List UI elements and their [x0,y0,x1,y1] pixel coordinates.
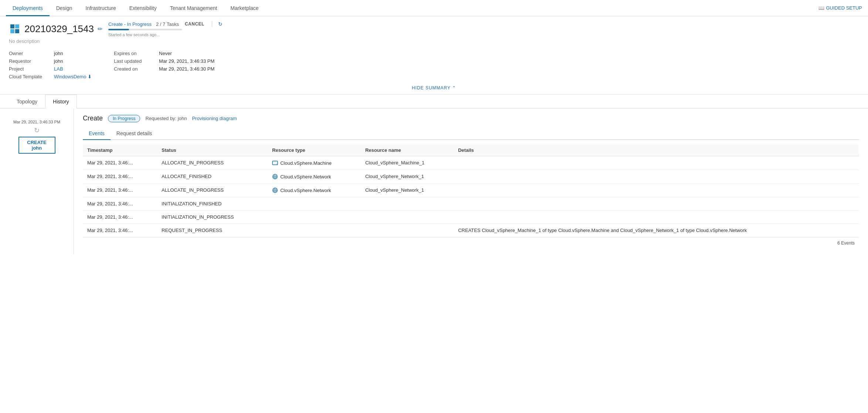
resource-type-cell: Cloud.vSphere.Network [272,187,356,193]
col-resource-name: Resource name [361,144,454,156]
requested-by: Requested by: john [145,116,187,121]
nav-tenant-management[interactable]: Tenant Management [163,0,224,16]
table-row: Mar 29, 2021, 3:46:... INITIALIZATION_FI… [83,197,859,211]
header-area: 20210329_1543 ✏ Create - In Progress 2 /… [0,16,868,95]
col-status: Status [157,144,268,156]
created-label: Created on [114,66,155,72]
table-row: Mar 29, 2021, 3:46:... REQUEST_IN_PROGRE… [83,224,859,237]
progress-bar-fill [108,29,129,30]
sub-tab-events[interactable]: Events [83,127,111,140]
nav-infrastructure[interactable]: Infrastructure [79,0,122,16]
table-row: Mar 29, 2021, 3:46:... ALLOCATE_IN_PROGR… [83,156,859,170]
sub-tab-request-details[interactable]: Request details [111,127,158,140]
cell-details [454,170,859,184]
task-count-label: 2 / 7 Tasks [156,21,179,27]
timeline-create-badge[interactable]: CREATE john [18,137,55,154]
project-label: Project [9,66,50,72]
resource-type-label: Cloud.vSphere.Network [280,188,331,193]
cancel-button[interactable]: CANCEL [183,21,206,27]
owner-value: john [54,51,63,56]
hide-summary-button[interactable]: HIDE SUMMARY ⌃ [9,82,859,94]
cell-details [454,184,859,197]
cell-resource-name: Cloud_vSphere_Network_1 [361,170,454,184]
requestor-value: john [54,58,63,64]
nav-marketplace[interactable]: Marketplace [224,0,265,16]
divider [212,21,212,27]
cell-resource-type [268,211,361,224]
expires-label: Expires on [114,51,155,56]
deployment-icon [9,23,21,35]
cloud-template-link[interactable]: WindowsDemo ⬇ [54,74,92,79]
progress-label: Started a few seconds ago... [108,33,223,37]
cell-timestamp: Mar 29, 2021, 3:46:... [83,197,157,211]
col-details: Details [454,144,859,156]
cell-status: ALLOCATE_IN_PROGRESS [157,156,268,170]
cell-resource-name [361,197,454,211]
no-description: No description [9,38,859,44]
tab-bar: Topology History [0,95,868,109]
expires-value: Never [159,51,172,56]
cell-status: ALLOCATE_FINISHED [157,170,268,184]
col-resource-type: Resource type [268,144,361,156]
col-timestamp: Timestamp [83,144,157,156]
timeline-badge-line1: CREATE [25,140,49,145]
meta-requestor-row: Requestor john [9,58,92,64]
last-updated-label: Last updated [114,58,155,64]
cell-details [454,211,859,224]
cell-timestamp: Mar 29, 2021, 3:46:... [83,170,157,184]
cell-status: REQUEST_IN_PROGRESS [157,224,268,237]
cell-resource-type: Cloud.vSphere.Machine [268,156,361,170]
refresh-icon[interactable]: ↻ [218,21,223,27]
cell-timestamp: Mar 29, 2021, 3:46:... [83,224,157,237]
top-nav: Deployments Design Infrastructure Extens… [0,0,868,16]
table-header-row: Timestamp Status Resource type Resource … [83,144,859,156]
book-icon: 📖 [818,5,824,11]
sub-tab-bar: Events Request details [83,127,859,140]
cell-timestamp: Mar 29, 2021, 3:46:... [83,184,157,197]
nav-design[interactable]: Design [50,0,79,16]
project-link[interactable]: LAB [54,66,63,72]
download-icon: ⬇ [88,74,92,79]
tab-topology[interactable]: Topology [9,95,45,109]
cell-timestamp: Mar 29, 2021, 3:46:... [83,211,157,224]
cell-resource-type [268,224,361,237]
svg-point-6 [277,164,277,164]
guided-setup[interactable]: 📖 GUIDED SETUP [818,5,862,11]
meta-right: Expires on Never Last updated Mar 29, 20… [114,51,214,79]
timeline-sidebar: Mar 29, 2021, 3:46:33 PM ↻ CREATE john [0,109,74,255]
resource-type-label: Cloud.vSphere.Machine [280,160,332,166]
meta-cloud-template-row: Cloud Template WindowsDemo ⬇ [9,74,92,79]
timeline-refresh-icon[interactable]: ↻ [34,126,40,134]
provisioning-diagram-link[interactable]: Provisioning diagram [192,116,237,121]
svg-rect-2 [10,29,14,33]
svg-rect-3 [15,29,19,33]
cell-timestamp: Mar 29, 2021, 3:46:... [83,156,157,170]
tab-history[interactable]: History [45,95,77,109]
edit-icon[interactable]: ✏ [98,25,102,33]
progress-section: Create - In Progress 2 / 7 Tasks CANCEL … [108,21,223,37]
detail-header: Create In Progress Requested by: john Pr… [83,115,859,122]
detail-pane: Create In Progress Requested by: john Pr… [74,109,868,255]
resource-type-cell: Cloud.vSphere.Machine [272,160,356,166]
create-status-label: Create - In Progress [108,21,152,27]
table-row: Mar 29, 2021, 3:46:... ALLOCATE_FINISHED… [83,170,859,184]
main-content: Mar 29, 2021, 3:46:33 PM ↻ CREATE john C… [0,109,868,255]
meta-section: Owner john Requestor john Project LAB Cl… [9,47,859,82]
meta-last-updated-row: Last updated Mar 29, 2021, 3:46:33 PM [114,58,214,64]
cell-details: CREATES Cloud_vSphere_Machine_1 of type … [454,224,859,237]
created-value: Mar 29, 2021, 3:46:30 PM [159,66,214,72]
owner-label: Owner [9,51,50,56]
meta-expires-row: Expires on Never [114,51,214,56]
events-table: Timestamp Status Resource type Resource … [83,144,859,237]
resource-type-cell: Cloud.vSphere.Network [272,174,356,180]
in-progress-badge: In Progress [108,115,140,122]
meta-left: Owner john Requestor john Project LAB Cl… [9,51,92,79]
cell-status: INITIALIZATION_IN_PROGRESS [157,211,268,224]
svg-rect-0 [10,24,14,28]
table-row: Mar 29, 2021, 3:46:... ALLOCATE_IN_PROGR… [83,184,859,197]
nav-deployments[interactable]: Deployments [6,0,50,16]
nav-extensibility[interactable]: Extensibility [123,0,163,16]
cell-status: ALLOCATE_IN_PROGRESS [157,184,268,197]
resource-type-label: Cloud.vSphere.Network [280,174,331,180]
network-icon [272,187,278,193]
